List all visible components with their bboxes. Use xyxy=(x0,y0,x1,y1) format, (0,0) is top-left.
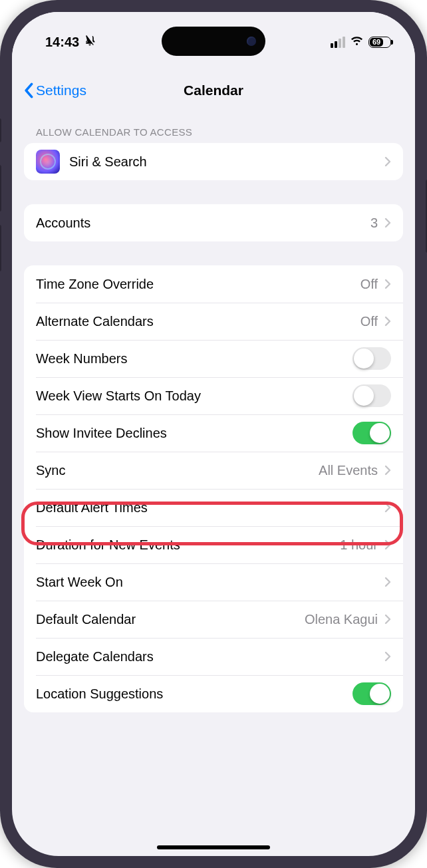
volume-up-button xyxy=(0,165,1,212)
row-label: Time Zone Override xyxy=(36,277,360,292)
mute-switch xyxy=(0,118,1,142)
row-week-numbers: Week Numbers xyxy=(24,340,403,377)
row-detail: Off xyxy=(360,277,378,292)
row-accounts[interactable]: Accounts 3 xyxy=(24,204,403,241)
row-location-suggestions: Location Suggestions xyxy=(24,675,403,712)
row-label: Default Alert Times xyxy=(36,500,384,515)
row-siri-search[interactable]: Siri & Search xyxy=(24,143,403,180)
row-duration-new-events[interactable]: Duration for New Events 1 hour xyxy=(24,526,403,563)
chevron-right-icon xyxy=(384,217,391,228)
screen: 14:43 69 Settings xyxy=(12,12,415,856)
row-time-zone-override[interactable]: Time Zone Override Off xyxy=(24,265,403,303)
toggle-invitee-declines[interactable] xyxy=(353,422,391,444)
chevron-right-icon xyxy=(384,577,391,587)
silent-mode-icon xyxy=(83,34,96,51)
dynamic-island xyxy=(162,27,265,56)
volume-down-button xyxy=(0,225,1,271)
row-detail: Olena Kagui xyxy=(305,612,378,627)
back-button[interactable]: Settings xyxy=(24,82,86,98)
chevron-right-icon xyxy=(384,279,391,289)
siri-icon xyxy=(36,150,60,174)
row-label: Start Week On xyxy=(36,575,384,590)
chevron-right-icon xyxy=(384,539,391,550)
row-default-alert-times[interactable]: Default Alert Times xyxy=(24,489,403,526)
battery-icon: 69 xyxy=(368,37,391,48)
chevron-right-icon xyxy=(384,156,391,167)
toggle-week-numbers[interactable] xyxy=(353,347,391,370)
row-label: Accounts xyxy=(36,216,370,231)
chevron-right-icon xyxy=(384,651,391,662)
row-week-view-starts-today: Week View Starts On Today xyxy=(24,377,403,414)
cellular-signal-icon xyxy=(331,37,345,48)
phone-frame: 14:43 69 Settings xyxy=(0,0,427,868)
row-detail: 3 xyxy=(370,216,378,231)
battery-level: 69 xyxy=(372,38,380,46)
status-time: 14:43 xyxy=(45,35,79,50)
row-delegate-calendars[interactable]: Delegate Calendars xyxy=(24,638,403,675)
chevron-right-icon xyxy=(384,502,391,513)
row-label: Show Invitee Declines xyxy=(36,426,353,441)
row-label: Location Suggestions xyxy=(36,686,353,702)
chevron-right-icon xyxy=(384,614,391,625)
wifi-icon xyxy=(350,33,364,51)
row-label: Default Calendar xyxy=(36,612,305,627)
row-detail: 1 hour xyxy=(340,537,378,553)
toggle-location-suggestions[interactable] xyxy=(353,682,391,705)
row-label: Siri & Search xyxy=(69,154,384,170)
row-show-invitee-declines: Show Invitee Declines xyxy=(24,414,403,452)
home-indicator[interactable] xyxy=(157,845,270,849)
group-access: Siri & Search xyxy=(24,143,403,180)
row-label: Delegate Calendars xyxy=(36,649,384,664)
row-detail: All Events xyxy=(319,463,378,478)
settings-content: ALLOW CALENDAR TO ACCESS Siri & Search A… xyxy=(12,110,415,712)
section-header-access: ALLOW CALENDAR TO ACCESS xyxy=(24,110,403,143)
row-start-week-on[interactable]: Start Week On xyxy=(24,563,403,601)
row-sync[interactable]: Sync All Events xyxy=(24,452,403,489)
row-detail: Off xyxy=(360,314,378,329)
row-label: Alternate Calendars xyxy=(36,314,360,329)
back-label: Settings xyxy=(36,82,86,98)
row-label: Sync xyxy=(36,463,319,478)
toggle-week-view-today[interactable] xyxy=(353,384,391,407)
row-label: Duration for New Events xyxy=(36,537,340,553)
front-camera xyxy=(247,37,256,46)
row-default-calendar[interactable]: Default Calendar Olena Kagui xyxy=(24,601,403,638)
row-alternate-calendars[interactable]: Alternate Calendars Off xyxy=(24,303,403,340)
group-main: Time Zone Override Off Alternate Calenda… xyxy=(24,265,403,712)
group-accounts: Accounts 3 xyxy=(24,204,403,241)
chevron-right-icon xyxy=(384,465,391,476)
chevron-right-icon xyxy=(384,316,391,327)
row-label: Week View Starts On Today xyxy=(36,388,353,404)
row-label: Week Numbers xyxy=(36,351,353,366)
